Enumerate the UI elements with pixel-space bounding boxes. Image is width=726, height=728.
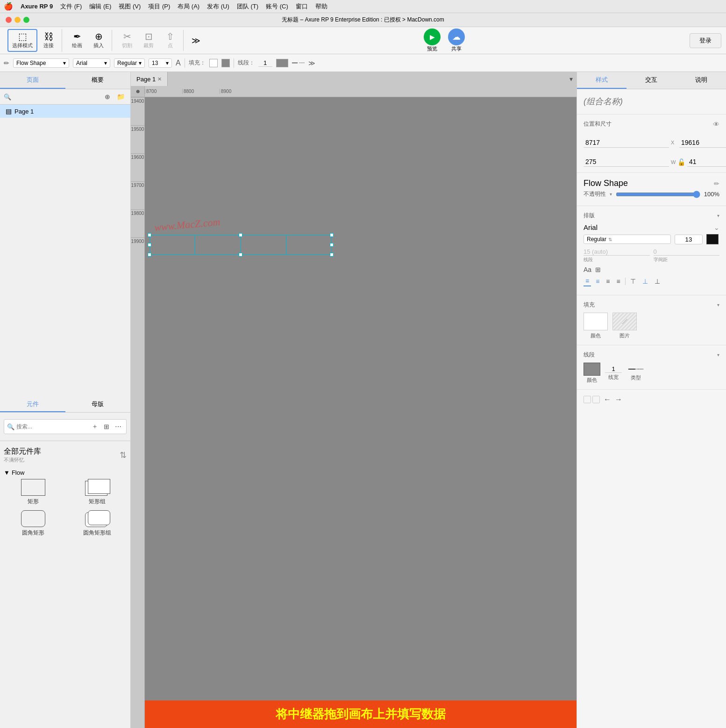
line-color-option[interactable]: 颜色 xyxy=(584,363,600,384)
line-width-input[interactable]: 1 xyxy=(258,59,272,67)
tab-style[interactable]: 样式 xyxy=(577,72,626,89)
valign-middle-btn[interactable]: ⊥ xyxy=(641,277,650,286)
widget-more-btn[interactable]: ⋯ xyxy=(113,422,123,431)
widget-add-btn[interactable]: ＋ xyxy=(90,421,100,432)
menu-layout[interactable]: 布局 (A) xyxy=(178,2,199,11)
lib-arrows[interactable]: ⇅ xyxy=(120,450,127,460)
widget-item-rounded[interactable]: 圆角矩形 xyxy=(4,510,63,537)
add-page-btn[interactable]: ⊕ xyxy=(103,92,112,101)
handle-mr[interactable] xyxy=(330,243,334,247)
line-width-input[interactable]: 1 xyxy=(605,365,622,373)
opacity-slider[interactable] xyxy=(616,191,700,198)
draw-button[interactable]: ✒ 绘画 xyxy=(67,30,87,51)
align-left-btn[interactable]: ≡ xyxy=(584,276,591,286)
cut-button[interactable]: ✂ 切割 xyxy=(117,30,137,51)
folder-btn[interactable]: 📁 xyxy=(115,92,127,101)
size-w-input[interactable]: 275 xyxy=(584,157,669,167)
shape-type-dropdown[interactable]: Flow Shape ▾ xyxy=(13,58,69,68)
tab-outline[interactable]: 概要 xyxy=(65,72,131,89)
fill-color-white[interactable] xyxy=(209,59,218,67)
fill-color-gray[interactable] xyxy=(221,59,230,67)
fill-image-option[interactable]: 图片 xyxy=(612,313,637,339)
menu-publish[interactable]: 发布 (U) xyxy=(207,2,229,11)
align-justify-btn[interactable]: ≡ xyxy=(615,277,622,286)
widget-item-rounded-group[interactable]: 圆角矩形组 xyxy=(68,510,127,537)
tab-widgets[interactable]: 元件 xyxy=(0,397,65,412)
menu-project[interactable]: 项目 (P) xyxy=(148,2,170,11)
valign-top-btn[interactable]: ⊤ xyxy=(628,277,638,286)
widget-item-rect[interactable]: 矩形 xyxy=(4,479,63,506)
canvas-tab-close[interactable]: ✕ xyxy=(157,76,162,82)
share-button[interactable]: 共享 xyxy=(448,29,465,52)
pos-y-input[interactable]: 19616 xyxy=(679,138,726,148)
tab-interact[interactable]: 交互 xyxy=(626,72,676,89)
line-type-option[interactable]: ━━━ ╌╌╌ 类型 xyxy=(626,365,645,381)
menu-account[interactable]: 账号 (C) xyxy=(266,2,288,11)
tab-masters[interactable]: 母版 xyxy=(65,397,131,412)
handle-br[interactable] xyxy=(330,253,334,257)
font-size-input[interactable]: 13 xyxy=(675,235,703,244)
handle-tl[interactable] xyxy=(148,233,151,237)
handle-tm[interactable] xyxy=(239,233,242,237)
typography-dropdown-arrow[interactable]: ▾ xyxy=(717,213,719,218)
fill-color-option[interactable]: 颜色 xyxy=(584,313,608,339)
canvas-board[interactable]: www.MacZ.com 将中继器拖到画布上并填写数据 xyxy=(145,97,577,728)
tab-note[interactable]: 说明 xyxy=(676,72,726,89)
menu-edit[interactable]: 编辑 (E) xyxy=(89,2,111,11)
crop-button[interactable]: ⊡ 裁剪 xyxy=(138,30,159,51)
menu-view[interactable]: 视图 (V) xyxy=(119,2,141,11)
widget-search-input[interactable] xyxy=(16,423,88,430)
font-expand-icon[interactable]: ⌄ xyxy=(714,224,719,231)
more-format-btn[interactable]: ≫ xyxy=(308,59,315,67)
app-name[interactable]: Axure RP 9 xyxy=(21,3,53,10)
fill-dropdown-arrow[interactable]: ▾ xyxy=(717,302,719,307)
handle-tr[interactable] xyxy=(330,233,334,237)
font-dropdown[interactable]: Arial ▾ xyxy=(73,58,110,68)
font-style-dropdown[interactable]: Regular ▾ xyxy=(114,58,145,68)
maximize-button[interactable] xyxy=(23,17,29,23)
menu-window[interactable]: 窗口 xyxy=(296,2,308,11)
group-name-input[interactable] xyxy=(584,95,719,108)
menu-help[interactable]: 帮助 xyxy=(315,2,327,11)
menu-team[interactable]: 团队 (T) xyxy=(237,2,258,11)
widget-copy-btn[interactable]: ⊞ xyxy=(102,422,111,431)
handle-bm[interactable] xyxy=(239,253,242,257)
align-right-btn[interactable]: ≡ xyxy=(604,277,612,286)
minimize-button[interactable] xyxy=(14,17,21,23)
line-dash-picker[interactable]: ━━ ╌╌ xyxy=(292,60,305,65)
font-color-box[interactable] xyxy=(706,234,719,244)
close-button[interactable] xyxy=(6,17,12,23)
arrow-left-btn[interactable]: ← xyxy=(604,395,611,404)
handle-ml[interactable] xyxy=(148,243,151,247)
font-size-dropdown[interactable]: 13 ▾ xyxy=(149,58,172,68)
arrow-right-btn[interactable]: → xyxy=(615,395,622,404)
insert-button[interactable]: ⊕ 插入 xyxy=(88,30,109,51)
point-button[interactable]: ⇧ 点 xyxy=(160,30,180,51)
login-button[interactable]: 登录 xyxy=(690,33,721,48)
widget-item-rect-group[interactable]: 矩形组 xyxy=(68,479,127,506)
valign-bottom-btn[interactable]: ⊥ xyxy=(653,277,662,286)
more-button[interactable]: ≫ xyxy=(185,34,206,48)
select-mode-button[interactable]: ⬚ 选择模式 xyxy=(7,29,37,52)
canvas-tab-page1[interactable]: Page 1 ✕ xyxy=(131,72,168,86)
line-color[interactable] xyxy=(276,59,288,67)
align-center-btn[interactable]: ≡ xyxy=(594,277,601,286)
menu-file[interactable]: 文件 (F) xyxy=(60,2,82,11)
component-edit-icon[interactable]: ✏ xyxy=(714,180,719,187)
text-copy-icon[interactable]: ⊞ xyxy=(595,266,601,273)
line-dropdown-arrow[interactable]: ▾ xyxy=(717,352,719,357)
connect-button[interactable]: ⛓ 连接 xyxy=(38,30,59,51)
tab-pages[interactable]: 页面 xyxy=(0,72,65,89)
canvas-tab-menu-btn[interactable]: ▾ xyxy=(566,75,577,83)
font-style-dropdown[interactable]: Regular ⇅ xyxy=(584,235,671,244)
selected-flow-shape[interactable] xyxy=(149,235,332,255)
preview-button[interactable]: 预览 xyxy=(424,29,441,52)
visibility-icon[interactable]: 👁 xyxy=(713,121,719,128)
text-format-aa[interactable]: Aa xyxy=(584,266,591,273)
lock-icon[interactable]: 🔓 xyxy=(677,158,685,166)
pos-x-input[interactable]: 8717 xyxy=(584,138,669,148)
font-color-btn[interactable]: A xyxy=(176,59,181,67)
page-item-1[interactable]: ▤ Page 1 xyxy=(0,105,130,118)
opacity-dropdown-arrow[interactable]: ▾ xyxy=(610,192,612,197)
handle-bl[interactable] xyxy=(148,253,151,257)
